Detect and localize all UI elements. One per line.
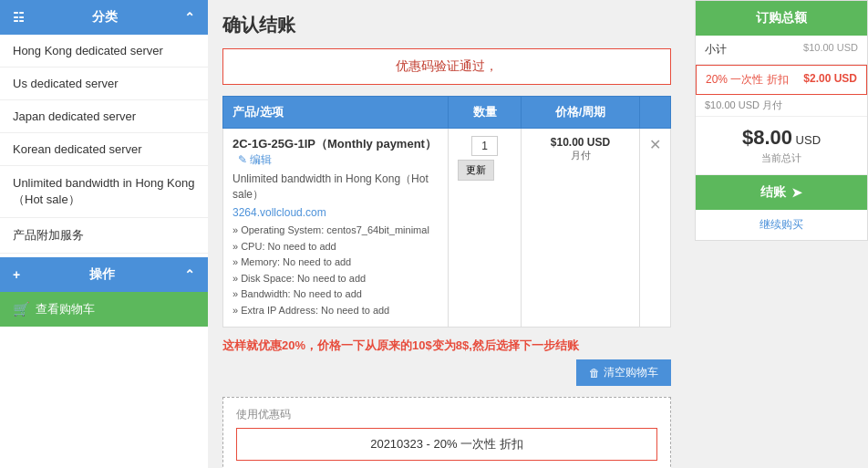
annotation-text: 这样就优惠20%，价格一下从原来的10$变为8$,然后选择下一步结账 xyxy=(222,337,671,355)
product-details-cell: 2C-1G-25G-1IP（Monthly payment） ✎ 编辑 Unli… xyxy=(223,129,449,328)
subtotal-value: $10.00 USD xyxy=(803,42,858,57)
order-summary: 订购总额 小计 $10.00 USD 20% 一次性 折扣 $2.00 USD … xyxy=(686,0,868,468)
continue-shopping-button[interactable]: 继续购买 xyxy=(696,210,867,240)
discount-label: 20% 一次性 折扣 xyxy=(706,72,789,88)
plus-icon: + xyxy=(13,267,20,282)
summary-total-box: $8.00 USD 当前总计 xyxy=(696,117,867,175)
checkout-button[interactable]: 结账 ➤ xyxy=(696,175,867,210)
chevron-up-icon: ⌃ xyxy=(184,10,195,25)
sidebar-item-korean-dedicated[interactable]: Korean dedicated server xyxy=(0,133,208,166)
grid-icon: ☷ xyxy=(13,10,25,25)
coupon-success-banner: 优惠码验证通过， xyxy=(222,48,671,85)
price-period: 月付 xyxy=(531,149,630,162)
summary-subtotal-row: 小计 $10.00 USD xyxy=(696,36,867,65)
col-product: 产品/选项 xyxy=(223,97,449,129)
col-price: 价格/周期 xyxy=(522,97,640,129)
cart-icon: 🛒 xyxy=(13,301,30,317)
order-summary-box: 订购总额 小计 $10.00 USD 20% 一次性 折扣 $2.00 USD … xyxy=(695,0,868,241)
clear-cart-button[interactable]: 🗑 清空购物车 xyxy=(576,359,671,386)
coupon-section: 使用优惠码 20210323 - 20% 一次性 折扣 删除优惠码 xyxy=(222,397,671,468)
trash-icon: 🗑 xyxy=(589,367,600,380)
chevron-up-icon-ops: ⌃ xyxy=(184,267,195,282)
table-row: 2C-1G-25G-1IP（Monthly payment） ✎ 编辑 Unli… xyxy=(223,129,671,328)
ops-section-header: + 操作 ⌃ xyxy=(0,257,208,292)
sidebar-item-addons[interactable]: 产品附加服务 xyxy=(0,218,208,254)
price-cell: $10.00 USD 月付 xyxy=(522,129,640,328)
remove-button[interactable]: ✕ xyxy=(649,137,661,152)
product-name: 2C-1G-25G-1IP（Monthly payment） ✎ 编辑 xyxy=(232,136,439,168)
remove-cell: ✕ xyxy=(640,129,671,328)
qty-cell: 1 更新 xyxy=(449,129,522,328)
sidebar-item-us-dedicated[interactable]: Us dedicated server xyxy=(0,68,208,100)
order-table: 产品/选项 数量 价格/周期 2C-1G-25G-1IP（Monthly pay… xyxy=(222,96,671,328)
total-amount: $8.00 USD xyxy=(708,126,854,150)
sidebar-header-label: 分类 xyxy=(92,9,118,26)
col-qty: 数量 xyxy=(449,97,522,129)
sidebar: ☷ 分类 ⌃ Hong Kong dedicated server Us ded… xyxy=(0,0,208,468)
total-period: $10.00 USD 月付 xyxy=(696,95,867,117)
summary-header: 订购总额 xyxy=(696,1,867,36)
qty-input[interactable]: 1 xyxy=(471,136,498,156)
sidebar-header: ☷ 分类 ⌃ xyxy=(0,0,208,35)
discount-value: $2.00 USD xyxy=(803,72,857,88)
sidebar-item-japan-dedicated[interactable]: Japan dedicated server xyxy=(0,100,208,133)
subtotal-label: 小计 xyxy=(705,42,727,57)
col-remove xyxy=(640,97,671,129)
main-content: 确认结账 优惠码验证通过， 产品/选项 数量 价格/周期 xyxy=(208,0,686,468)
summary-discount-row: 20% 一次性 折扣 $2.00 USD xyxy=(696,65,867,95)
product-specs: » Operating System: centos7_64bit_minima… xyxy=(232,223,439,319)
update-button[interactable]: 更新 xyxy=(458,160,494,181)
coupon-code-display: 20210323 - 20% 一次性 折扣 xyxy=(236,428,657,461)
arrow-right-icon: ➤ xyxy=(791,185,802,200)
sidebar-item-hk-dedicated[interactable]: Hong Kong dedicated server xyxy=(0,35,208,68)
sidebar-item-unlimited-bw[interactable]: Unlimited bandwidth in Hong Kong（Hot sal… xyxy=(0,166,208,218)
page-title: 确认结账 xyxy=(222,13,671,37)
view-cart-button[interactable]: 🛒 查看购物车 xyxy=(0,292,208,327)
clear-cart-row: 🗑 清空购物车 xyxy=(222,359,671,386)
total-label: 当前总计 xyxy=(708,151,854,165)
coupon-label: 使用优惠码 xyxy=(236,407,657,422)
product-subtitle: Unlimited bandwidth in Hong Kong（Hot sal… xyxy=(232,172,439,203)
edit-link[interactable]: ✎ 编辑 xyxy=(238,153,272,166)
price-value: $10.00 USD xyxy=(531,136,630,149)
product-link[interactable]: 3264.vollcloud.com xyxy=(232,206,439,219)
